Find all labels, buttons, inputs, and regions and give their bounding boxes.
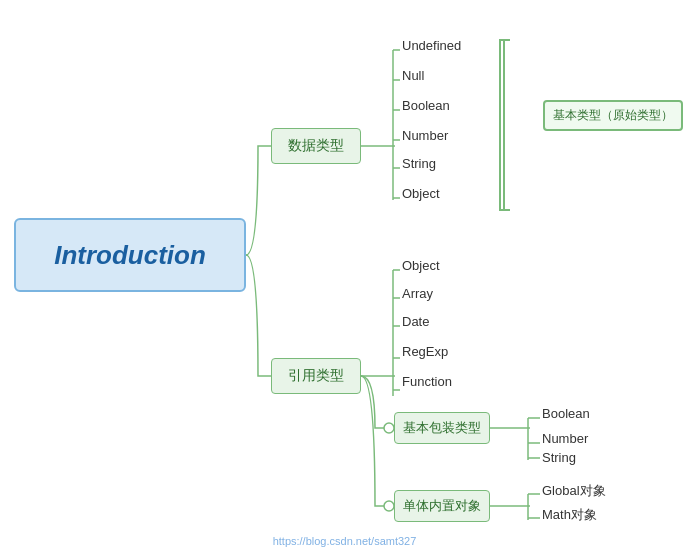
leaf-boolean: Boolean: [402, 98, 450, 113]
introduction-label: Introduction: [54, 240, 206, 271]
leaf-global: Global对象: [542, 482, 606, 500]
leaf-function: Function: [402, 374, 452, 389]
basic-wrapper-box: 基本包装类型: [394, 412, 490, 444]
leaf-wrapper-string: String: [542, 450, 576, 465]
leaf-null: Null: [402, 68, 424, 83]
data-types-label: 数据类型: [288, 137, 344, 155]
singleton-box: 单体内置对象: [394, 490, 490, 522]
leaf-wrapper-boolean: Boolean: [542, 406, 590, 421]
introduction-box: Introduction: [14, 218, 246, 292]
leaf-math: Math对象: [542, 506, 597, 524]
ref-types-label: 引用类型: [288, 367, 344, 385]
svg-point-27: [384, 423, 394, 433]
watermark: https://blog.csdn.net/samt327: [273, 535, 417, 547]
svg-point-28: [384, 501, 394, 511]
basic-primitive-label: 基本类型（原始类型）: [543, 100, 683, 131]
leaf-object-data: Object: [402, 186, 440, 201]
leaf-undefined: Undefined: [402, 38, 461, 53]
leaf-object-ref: Object: [402, 258, 440, 273]
ref-types-box: 引用类型: [271, 358, 361, 394]
leaf-wrapper-number: Number: [542, 431, 588, 446]
mindmap-diagram: Introduction 数据类型 引用类型 Undefined Null Bo…: [0, 0, 689, 555]
leaf-number: Number: [402, 128, 448, 143]
data-types-box: 数据类型: [271, 128, 361, 164]
leaf-regexp: RegExp: [402, 344, 448, 359]
leaf-date: Date: [402, 314, 429, 329]
leaf-string: String: [402, 156, 436, 171]
svg-rect-8: [500, 40, 504, 210]
leaf-array: Array: [402, 286, 433, 301]
